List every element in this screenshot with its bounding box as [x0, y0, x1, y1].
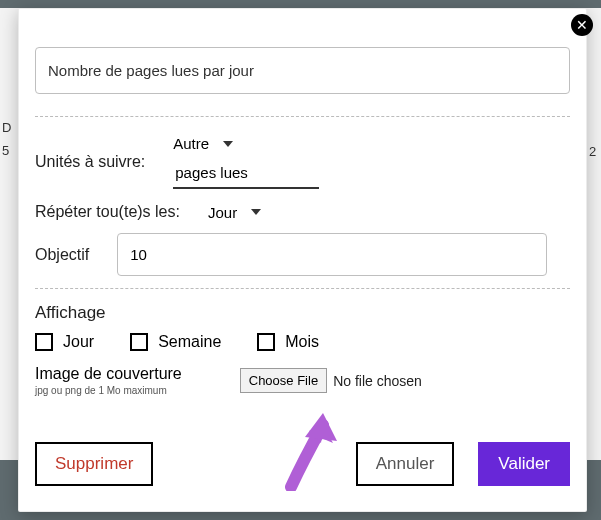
- check-day[interactable]: Jour: [35, 333, 94, 351]
- chevron-down-icon: [223, 141, 233, 147]
- divider: [35, 288, 570, 289]
- svg-marker-0: [305, 413, 337, 441]
- check-week-label: Semaine: [158, 333, 221, 351]
- units-select-value: Autre: [173, 135, 209, 152]
- units-label: Unités à suivre:: [35, 153, 145, 171]
- no-file-label: No file chosen: [333, 373, 422, 389]
- delete-button[interactable]: Supprimer: [35, 442, 153, 486]
- cover-hint: jpg ou png de 1 Mo maximum: [35, 385, 182, 396]
- divider: [35, 116, 570, 117]
- bg-letter: D: [2, 120, 18, 135]
- units-select[interactable]: Autre: [173, 135, 319, 152]
- repeat-select[interactable]: Jour: [208, 204, 261, 221]
- goal-input[interactable]: [117, 233, 547, 276]
- modal-dialog: Unités à suivre: Autre Répéter tou(te)s …: [18, 8, 587, 512]
- check-month[interactable]: Mois: [257, 333, 319, 351]
- units-input[interactable]: [173, 158, 319, 189]
- title-input[interactable]: [35, 47, 570, 94]
- close-icon[interactable]: ✕: [571, 14, 593, 36]
- display-checks: Jour Semaine Mois: [35, 333, 570, 351]
- cancel-button[interactable]: Annuler: [356, 442, 455, 486]
- checkbox-icon: [35, 333, 53, 351]
- display-title: Affichage: [35, 303, 570, 323]
- checkbox-icon: [130, 333, 148, 351]
- bg-right-col: 2: [587, 8, 601, 460]
- bg-left-col: D 5: [0, 8, 18, 460]
- repeat-select-value: Jour: [208, 204, 237, 221]
- check-day-label: Jour: [63, 333, 94, 351]
- checkbox-icon: [257, 333, 275, 351]
- file-input[interactable]: Choose File No file chosen: [240, 368, 422, 393]
- check-week[interactable]: Semaine: [130, 333, 221, 351]
- check-month-label: Mois: [285, 333, 319, 351]
- repeat-label: Répéter tou(te)s les:: [35, 203, 180, 221]
- chevron-down-icon: [251, 209, 261, 215]
- goal-label: Objectif: [35, 246, 89, 264]
- cover-title: Image de couverture: [35, 365, 182, 383]
- choose-file-button[interactable]: Choose File: [240, 368, 327, 393]
- bg-number: 5: [2, 143, 18, 158]
- backdrop: D 5 2 ✕ Unités à suivre: Autre Répéter t…: [0, 0, 601, 520]
- submit-button[interactable]: Valider: [478, 442, 570, 486]
- cover-label-group: Image de couverture jpg ou png de 1 Mo m…: [35, 365, 182, 396]
- bg-number-right: 2: [589, 144, 601, 159]
